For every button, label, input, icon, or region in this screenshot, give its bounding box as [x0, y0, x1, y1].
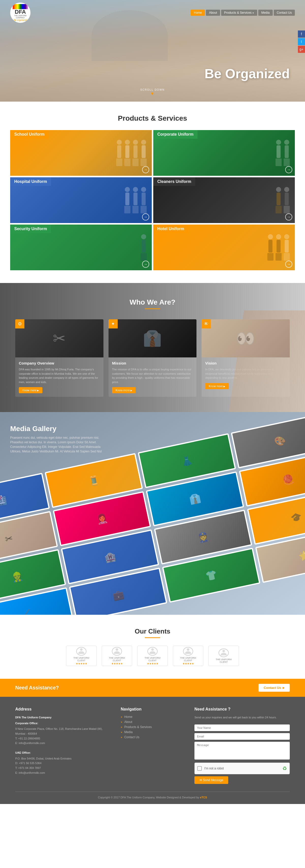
client-name-1: THE UNIFORMCLIENT: [73, 657, 89, 662]
clients-underline: [145, 637, 160, 638]
products-title: Products & Services: [10, 114, 295, 122]
who-card-overview: ⚙ ✂ Company Overview DFA was founded in …: [15, 319, 103, 397]
products-section: Products & Services School Uniform → Cor…: [0, 102, 305, 283]
mission-image: ✦ 👔: [109, 319, 197, 358]
overview-btn[interactable]: Know more: [19, 387, 42, 393]
hospital-label: Hospital Uniform: [10, 177, 51, 186]
footer-uae-phone2: T: +971 04 359 7897: [15, 766, 41, 769]
overview-silhouette: ✂: [15, 319, 103, 358]
who-title: Who We Are?: [15, 298, 290, 306]
security-arrow[interactable]: →: [142, 260, 149, 268]
security-label: Security Uniform: [10, 224, 51, 233]
overview-title: Company Overview: [19, 361, 100, 365]
nav-products[interactable]: Products & Services: [221, 10, 257, 16]
client-logo-2[interactable]: THE UNIFORMCLIENT ★★★★★: [102, 646, 132, 666]
captcha-label: I'm not a robot: [204, 767, 224, 770]
hotel-arrow[interactable]: →: [285, 260, 292, 268]
client-logo-circle-3: [147, 647, 158, 656]
nav-about[interactable]: About: [206, 10, 220, 16]
footer-form-col: Need Assistance ? Send us your inquiries…: [194, 707, 290, 784]
footer-form: I'm not a robot ♻ Send Message: [194, 724, 290, 784]
nav-media[interactable]: Media: [258, 10, 273, 16]
logo-dfa-text: DFA: [15, 9, 26, 15]
footer-nav-about[interactable]: About: [121, 720, 184, 724]
products-grid: School Uniform → Corporate Uniform →: [10, 130, 295, 270]
client-name-4: THE UNIFORMCLIENT: [180, 657, 196, 662]
clients-logos: THE UNIFORMCLIENT ★★★★★ THE UNIFORMCLIEN…: [15, 646, 290, 666]
product-card-school[interactable]: School Uniform →: [10, 130, 152, 176]
footer-nav-media[interactable]: Media: [121, 730, 184, 734]
logo-tagline: Be organized: [13, 19, 27, 21]
client-stars-2: ★★★★★: [111, 662, 123, 665]
nav-contact[interactable]: Contact Us: [274, 10, 295, 16]
footer-nav-products[interactable]: Products & Services: [121, 725, 184, 729]
footer-nav-home[interactable]: Home: [121, 715, 184, 719]
client-logo-1[interactable]: THE UNIFORMCLIENT ★★★★★: [66, 646, 97, 666]
product-card-hotel[interactable]: Hotel Uniform →: [153, 224, 295, 270]
hospital-arrow[interactable]: →: [142, 213, 149, 220]
svg-point-3: [187, 648, 189, 651]
footer-address-heading: Address: [15, 707, 111, 712]
product-card-hospital[interactable]: Hospital Uniform →: [10, 177, 152, 223]
overview-body: Company Overview DFA was founded in 1995…: [15, 358, 103, 397]
footer-uae-email: E: info@uniformdik.com: [15, 771, 45, 774]
contact-us-button[interactable]: Contact Us: [258, 684, 290, 692]
twitter-icon[interactable]: t: [298, 38, 305, 45]
facebook-icon[interactable]: f: [298, 30, 305, 38]
hero-text-block: Be Organized: [205, 66, 305, 102]
hospital-figures: [124, 187, 147, 213]
vision-btn[interactable]: Know more: [205, 383, 229, 389]
footer-nav-contact[interactable]: Contact Us: [121, 735, 184, 739]
logo-rainbow: [13, 4, 28, 9]
corporate-arrow[interactable]: →: [285, 166, 292, 173]
school-label: School Uniform: [10, 130, 49, 139]
product-card-security[interactable]: Security Uniform →: [10, 224, 152, 270]
who-underline: [145, 308, 160, 309]
clients-section: Our Clients THE UNIFORMCLIENT ★★★★★ THE …: [0, 615, 305, 679]
footer-name-input[interactable]: [194, 724, 290, 731]
footer-corporate-phone: T: +91 22-28604885: [15, 737, 40, 740]
hero-headline: Be Organized: [205, 66, 290, 81]
overview-image: ⚙ ✂: [15, 319, 103, 358]
media-description: Praesent nunc dui, vehicula eget dolor n…: [10, 435, 112, 454]
cleaners-figures: [276, 187, 290, 213]
client-stars-4: ★★★★★: [182, 662, 194, 665]
client-logo-circle-1: [76, 647, 86, 656]
send-message-button[interactable]: Send Message: [194, 776, 228, 784]
svg-point-1: [116, 648, 118, 651]
footer-developer: eTCS: [200, 796, 207, 799]
footer-email-input[interactable]: [194, 733, 290, 740]
assistance-bar: Need Assistance? Contact Us: [0, 679, 305, 697]
client-logo-circle-2: [112, 647, 122, 656]
client-logo-3[interactable]: THE UNIFORMCLIENT ★★★★★: [137, 646, 168, 666]
client-stars-1: ★★★★★: [76, 662, 87, 665]
logo-subtitle: THE UNIFORM COMPANY: [10, 15, 30, 19]
client-name-5: THE UNIFORMCLIENT: [216, 658, 232, 663]
footer-copyright: Copyright © 2017 DFA The Uniform Company…: [98, 796, 199, 799]
school-arrow[interactable]: →: [142, 166, 149, 173]
logo[interactable]: DFA THE UNIFORM COMPANY Be organized: [10, 3, 30, 23]
footer-form-heading: Need Assistance ?: [194, 707, 290, 712]
nav-home[interactable]: Home: [191, 10, 205, 16]
clients-title: Our Clients: [15, 627, 290, 635]
mission-silhouette: 👔: [109, 319, 197, 358]
media-section: Media Gallery Praesent nunc dui, vehicul…: [0, 412, 305, 615]
client-stars-3: ★★★★★: [147, 662, 158, 665]
captcha-logo: ♻: [282, 765, 287, 772]
corporate-figures: [276, 140, 290, 166]
product-card-corporate[interactable]: Corporate Uniform →: [153, 130, 295, 176]
mission-text: The mission of DFA is to offer a unique …: [112, 367, 193, 384]
client-logo-4[interactable]: THE UNIFORMCLIENT ★★★★★: [173, 646, 203, 666]
scroll-down[interactable]: SCROLL DOWN ▼: [140, 88, 165, 96]
footer-nav-heading: Navigation: [121, 707, 184, 712]
cleaners-label: Cleaners Uniform: [153, 177, 195, 186]
captcha-checkbox[interactable]: [197, 766, 202, 771]
mission-btn[interactable]: Know more: [112, 387, 136, 393]
footer-navigation: Navigation Home About Products & Service…: [121, 707, 184, 784]
footer-address: Address DFA The Uniform Company Corporat…: [15, 707, 111, 784]
client-logo-5[interactable]: THE UNIFORMCLIENT: [208, 646, 239, 666]
footer-message-input[interactable]: [194, 742, 290, 760]
cleaners-arrow[interactable]: →: [285, 213, 292, 220]
googleplus-icon[interactable]: g+: [298, 46, 305, 53]
product-card-cleaners[interactable]: Cleaners Uniform →: [153, 177, 295, 223]
